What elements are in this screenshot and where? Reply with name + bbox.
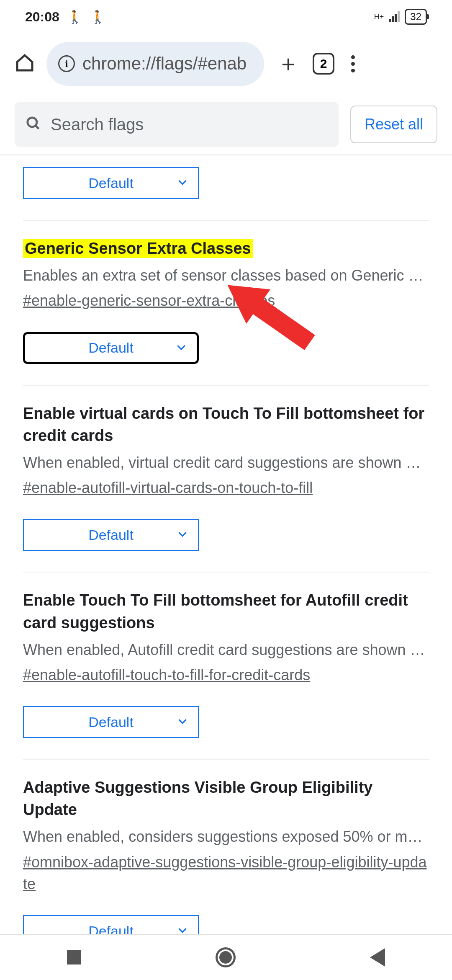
reset-all-button[interactable]: Reset all: [350, 106, 437, 143]
flag-item: Enable virtual cards on Touch To Fill bo…: [23, 386, 429, 573]
chevron-down-icon: [177, 175, 188, 191]
flag-description: When enabled, considers suggestions expo…: [23, 826, 429, 848]
dropdown-value: Default: [88, 714, 134, 730]
signal-icon: [389, 11, 400, 22]
flag-hash-link[interactable]: #enable-generic-sensor-extra-classes: [23, 290, 429, 312]
back-button[interactable]: [370, 948, 385, 967]
flag-description: When enabled, Autofill credit card sugge…: [23, 639, 429, 661]
home-button[interactable]: [15, 53, 35, 75]
dropdown-value: Default: [88, 527, 134, 543]
url-text: chrome://flags/#enab: [82, 54, 247, 74]
status-left: 20:08 🚶 🚶: [25, 9, 105, 25]
browser-toolbar: i chrome://flags/#enab + 2: [0, 34, 452, 94]
chevron-down-icon: [177, 714, 188, 730]
search-icon: [26, 116, 41, 133]
flags-list: Default Generic Sensor Extra Classes Ena…: [0, 155, 452, 968]
flag-hash-link[interactable]: #enable-autofill-touch-to-fill-for-credi…: [23, 664, 429, 686]
flag-dropdown[interactable]: Default: [23, 167, 199, 199]
site-info-icon[interactable]: i: [58, 55, 75, 72]
flag-title: Generic Sensor Extra Classes: [23, 239, 253, 258]
activity-icon: 🚶: [67, 10, 82, 24]
overflow-menu-button[interactable]: [346, 55, 360, 72]
flag-description: When enabled, virtual credit card sugges…: [23, 452, 429, 474]
flag-dropdown[interactable]: Default: [23, 519, 199, 551]
chevron-down-icon: [176, 340, 187, 356]
network-type-icon: H+: [374, 13, 384, 21]
tab-switcher-button[interactable]: 2: [313, 53, 334, 75]
flag-dropdown[interactable]: Default: [23, 706, 199, 738]
flag-item: Generic Sensor Extra Classes Enables an …: [23, 221, 429, 386]
flags-search-row: Search flags Reset all: [0, 94, 452, 155]
chevron-down-icon: [177, 527, 188, 543]
home-button[interactable]: [216, 947, 236, 967]
flag-dropdown[interactable]: Default: [23, 332, 199, 364]
battery-indicator: 32: [405, 9, 427, 25]
status-right: H+ 32: [374, 9, 427, 25]
flag-title: Adaptive Suggestions Visible Group Eligi…: [23, 776, 429, 821]
search-placeholder: Search flags: [51, 115, 144, 134]
clock-text: 20:08: [25, 9, 59, 25]
dropdown-value: Default: [88, 340, 134, 356]
status-bar: 20:08 🚶 🚶 H+ 32: [0, 0, 452, 34]
svg-line-1: [36, 126, 39, 129]
search-flags-input[interactable]: Search flags: [15, 102, 339, 147]
new-tab-button[interactable]: +: [276, 50, 301, 78]
flag-item: Default: [23, 155, 429, 221]
flag-hash-link[interactable]: #omnibox-adaptive-suggestions-visible-gr…: [23, 851, 429, 895]
flag-title: Enable Touch To Fill bottomsheet for Aut…: [23, 589, 429, 634]
url-bar[interactable]: i chrome://flags/#enab: [46, 42, 264, 86]
recents-button[interactable]: [67, 950, 81, 965]
system-nav-bar: [0, 934, 452, 980]
flag-item: Enable Touch To Fill bottomsheet for Aut…: [23, 573, 429, 760]
svg-point-0: [28, 118, 37, 127]
dropdown-value: Default: [88, 175, 134, 191]
flag-title: Enable virtual cards on Touch To Fill bo…: [23, 402, 429, 447]
activity-icon: 🚶: [90, 10, 105, 24]
flag-hash-link[interactable]: #enable-autofill-virtual-cards-on-touch-…: [23, 477, 429, 499]
flag-description: Enables an extra set of sensor classes b…: [23, 265, 429, 286]
